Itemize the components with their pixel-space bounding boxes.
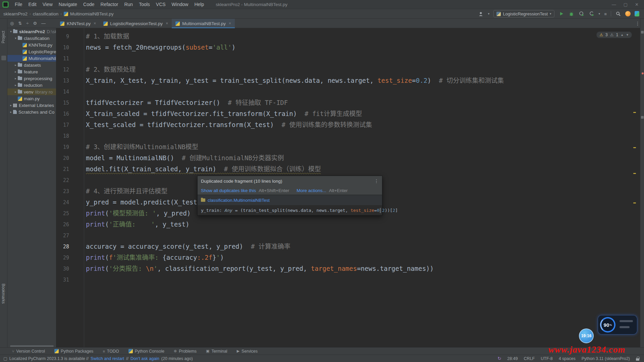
lock-icon[interactable] <box>636 357 639 361</box>
code-line-16[interactable]: 16X_train_scaled = tfidfVectorizer.fit_t… <box>56 108 637 119</box>
tab-logisticregressiontest-py[interactable]: LogisticRegressionTest.py× <box>100 19 172 28</box>
code-line-26[interactable]: 26print('正确值: ', y_test) <box>56 219 637 230</box>
code-line-21[interactable]: 21model.fit(X_train_scaled, y_train) # 使… <box>56 164 637 175</box>
close-icon[interactable]: × <box>229 21 231 26</box>
tree-row-reduction[interactable]: ▸reduction <box>7 82 56 88</box>
next-issue-icon[interactable]: ▼ <box>626 33 629 37</box>
tree-row-sklearnpro2[interactable]: ▾sklearnPro2 D:\sk <box>7 28 56 35</box>
indent-setting[interactable]: 4 spaces <box>559 356 576 361</box>
caret-position[interactable]: 28:49 <box>507 356 518 361</box>
code-line-14[interactable]: 14 <box>56 86 637 97</box>
code-line-13[interactable]: 13X_train, X_test, y_train, y_test = tra… <box>56 75 637 86</box>
tree-row-external-libraries[interactable]: ▸External Libraries <box>7 102 56 109</box>
duplicate-location-link[interactable]: classification.MultinomialNBTest <box>208 198 270 203</box>
stripe-icon[interactable] <box>641 31 644 34</box>
tree-row-knntest-py[interactable]: KNNTest.py <box>7 42 56 48</box>
tree-expand-icon[interactable]: ▸ <box>13 70 18 73</box>
close-icon[interactable]: × <box>94 21 96 26</box>
collapse-all-icon[interactable]: ÷ <box>26 21 29 26</box>
menu-tools[interactable]: Tools <box>136 0 153 9</box>
locate-icon[interactable]: ◎ <box>10 21 14 26</box>
code-line-10[interactable]: 10news = fetch_20newsgroups(subset='all'… <box>56 42 637 53</box>
expand-all-icon[interactable]: ⇅ <box>18 21 22 26</box>
hide-panel-icon[interactable]: — <box>41 21 46 26</box>
code-editor[interactable]: 9# 1、加载数据10news = fetch_20newsgroups(sub… <box>56 28 637 347</box>
run-config-select[interactable]: LogisticRegressionTest ▾ <box>493 10 554 17</box>
code-line-11[interactable]: 11 <box>56 53 637 64</box>
code-line-30[interactable]: 30print('分类报告: \n', classification_repor… <box>56 263 637 274</box>
user-icon[interactable] <box>478 11 484 17</box>
close-icon[interactable]: × <box>166 21 168 26</box>
tree-row-classification[interactable]: ▾classification <box>7 35 56 42</box>
tool-stripe-project[interactable]: Project <box>1 31 6 43</box>
prev-issue-icon[interactable]: ▲ <box>621 33 624 37</box>
tree-row-preprocessing[interactable]: ▸preprocessing <box>7 75 56 82</box>
coverage-button[interactable] <box>589 11 595 17</box>
menu-edit[interactable]: Edit <box>25 0 40 9</box>
coverage-dropdown-icon[interactable]: ▾ <box>599 12 600 15</box>
toolwindow-python-packages[interactable]: Python Packages <box>54 349 93 354</box>
tree-expand-icon[interactable]: ▸ <box>9 104 13 107</box>
show-all-duplicates-link[interactable]: Show all duplicates like this <box>201 188 256 193</box>
code-line-27[interactable]: 27 <box>56 230 637 241</box>
breadcrumb-item[interactable]: sklearnPro2 <box>3 11 28 16</box>
code-line-31[interactable]: 31 <box>56 274 637 285</box>
stripe-icon[interactable] <box>641 116 644 119</box>
tree-expand-icon[interactable]: ▸ <box>13 83 18 87</box>
code-line-28[interactable]: 28accuracy = accuracy_score(y_test, y_pr… <box>56 241 637 252</box>
debug-button[interactable] <box>569 11 575 17</box>
toolwindow-version-control[interactable]: ⑂Version Control <box>12 349 45 354</box>
tree-expand-icon[interactable]: ▸ <box>13 77 18 80</box>
event-icon[interactable]: ▢ <box>3 356 7 361</box>
scrollbar-warning-mark[interactable] <box>633 202 636 203</box>
toolwindow-problems[interactable]: ⊕Problems <box>174 349 197 354</box>
tab-knntest-py[interactable]: KNNTest.py× <box>56 19 100 28</box>
menu-vcs[interactable]: VCS <box>153 0 169 9</box>
code-line-12[interactable]: 12# 2、数据预处理 <box>56 64 637 75</box>
interpreter[interactable]: Python 3.11 (sklearnPro2) <box>582 356 630 361</box>
menu-refactor[interactable]: Refactor <box>98 0 121 9</box>
menu-view[interactable]: View <box>40 0 56 9</box>
tree-row-multinomialnbtest-py[interactable]: MultinomialNBTest.py <box>7 55 56 62</box>
breadcrumb-item[interactable]: MultinomialNBTest.py <box>70 11 114 16</box>
code-line-17[interactable]: 17X_test_scaled = tfidfVectorizer.transf… <box>56 119 637 130</box>
dont-ask-again-link[interactable]: Don't ask again <box>130 356 159 361</box>
tree-expand-icon[interactable]: ▸ <box>13 63 18 67</box>
menu-navigate[interactable]: Navigate <box>56 0 80 9</box>
tree-row-feature[interactable]: ▸feature <box>7 68 56 75</box>
plugin-play-icon[interactable] <box>635 11 639 16</box>
tree-row-venv[interactable]: ▸venv library ro <box>7 88 56 95</box>
tree-expand-icon[interactable]: ▸ <box>9 110 13 114</box>
horizontal-scrollbar[interactable] <box>10 345 54 347</box>
stripe-icon[interactable] <box>1 56 6 60</box>
duplicate-location-row[interactable]: classification.MultinomialNBTest <box>198 195 382 205</box>
maximize-button[interactable]: ▢ <box>624 2 628 7</box>
more-actions-link[interactable]: More actions... <box>297 188 326 193</box>
switch-and-restart-link[interactable]: Switch and restart <box>91 356 124 361</box>
popup-scrollbar[interactable] <box>380 208 381 213</box>
code-line-15[interactable]: 15tfidfVectorizer = TfidfVectorizer() # … <box>56 97 637 108</box>
user-dropdown-icon[interactable]: ▾ <box>488 12 490 15</box>
code-line-29[interactable]: 29print(f'测试集准确率: {accuracy:.2f}') <box>56 252 637 263</box>
scrollbar-warning-mark[interactable] <box>633 147 636 148</box>
line-ending[interactable]: CRLF <box>524 356 535 361</box>
code-line-18[interactable]: 18 <box>56 130 637 141</box>
settings-icon[interactable]: ⚙ <box>33 21 37 26</box>
tree-row-main-py[interactable]: main.py <box>7 95 56 102</box>
notifications-icon[interactable] <box>642 72 644 74</box>
plugin-orange-icon[interactable] <box>625 11 631 16</box>
tree-row-datasets[interactable]: ▸datasets <box>7 62 56 68</box>
menu-file[interactable]: File <box>12 0 25 9</box>
code-line-19[interactable]: 19# 3、创建和训练MultinomialNB模型 <box>56 141 637 153</box>
tree-row-scratches-and-co[interactable]: ▸Scratches and Co <box>7 109 56 115</box>
tree-collapse-icon[interactable]: ▾ <box>9 30 13 33</box>
menu-window[interactable]: Window <box>169 0 192 9</box>
close-button[interactable]: ✕ <box>635 2 639 7</box>
menu-code[interactable]: Code <box>80 0 97 9</box>
minimize-button[interactable]: — <box>612 2 616 7</box>
encoding[interactable]: UTF-8 <box>541 356 552 361</box>
scrollbar-warning-mark[interactable] <box>633 173 636 174</box>
menu-help[interactable]: Help <box>191 0 207 9</box>
inspections-widget[interactable]: ⚠ 3 ⚠ 1 ▲ ▼ <box>596 32 632 38</box>
toolwindow-python-console[interactable]: Python Console <box>128 349 164 354</box>
